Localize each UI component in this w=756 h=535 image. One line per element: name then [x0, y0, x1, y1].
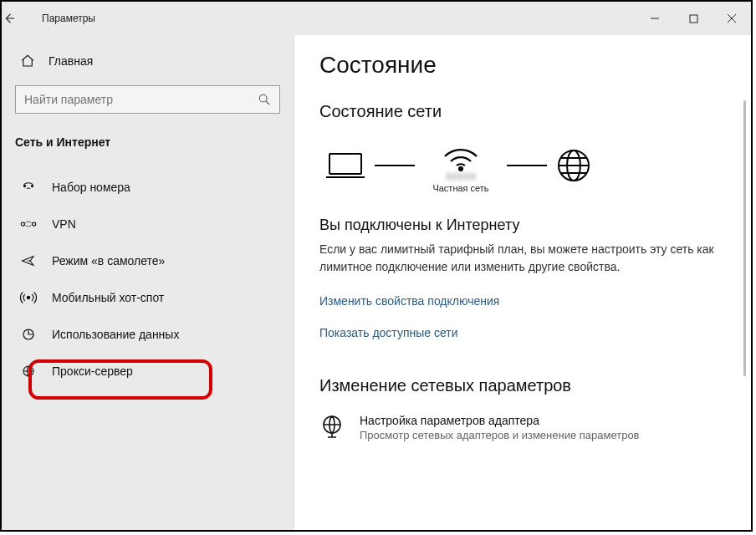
sidebar-item-vpn[interactable]: VPN [2, 206, 294, 242]
svg-point-7 [31, 185, 33, 186]
computer-icon [324, 149, 366, 182]
svg-rect-13 [329, 154, 361, 174]
globe-icon [555, 147, 592, 184]
connected-heading: Вы подключены к Интернету [319, 217, 726, 234]
maximize-button[interactable] [674, 2, 713, 35]
scrollbar[interactable] [743, 100, 746, 376]
sidebar-item-airplane[interactable]: Режим «в самолете» [2, 242, 294, 279]
network-name-blurred: XXXXX [446, 171, 477, 181]
diagram-line [375, 165, 415, 166]
network-diagram: XXXXX Частная сеть [324, 138, 726, 193]
main-content: Состояние Состояние сети XXXXX Частная с… [294, 35, 751, 530]
search-box[interactable] [15, 85, 280, 114]
sidebar-nav: Набор номера VPN Режим «в самолете» [2, 169, 294, 390]
window-body: Главная Сеть и Интернет Набор номера [2, 35, 751, 530]
wifi-icon [440, 138, 482, 171]
page-title: Состояние [319, 52, 726, 79]
svg-point-9 [33, 222, 36, 226]
proxy-icon [20, 363, 37, 380]
window-title: Параметры [35, 13, 95, 24]
adapter-title: Настройка параметров адаптера [360, 414, 640, 427]
svg-point-8 [21, 222, 24, 226]
sidebar-item-label: VPN [52, 217, 76, 231]
change-connection-props-link[interactable]: Изменить свойства подключения [319, 294, 726, 308]
diagram-line [507, 165, 547, 166]
adapter-settings-row[interactable]: Настройка параметров адаптера Просмотр с… [319, 414, 726, 441]
adapter-desc: Просмотр сетевых адаптеров и изменение п… [360, 429, 640, 441]
home-icon [20, 54, 35, 69]
svg-point-10 [27, 296, 29, 298]
vpn-icon [20, 216, 37, 232]
svg-point-6 [23, 185, 25, 186]
sidebar-item-hotspot[interactable]: Мобильный хот-спот [2, 279, 294, 316]
sidebar-item-data-usage[interactable]: Использование данных [2, 316, 294, 353]
adapter-icon [319, 414, 345, 439]
status-heading: Состояние сети [319, 102, 726, 121]
search-icon [258, 93, 271, 106]
show-networks-link[interactable]: Показать доступные сети [319, 326, 726, 339]
search-input[interactable] [24, 93, 258, 106]
sidebar-item-label: Прокси-сервер [52, 364, 133, 378]
close-button[interactable] [713, 2, 751, 35]
data-usage-icon [20, 326, 37, 343]
sidebar-item-proxy[interactable]: Прокси-сервер [2, 353, 294, 390]
back-button[interactable] [2, 11, 35, 26]
svg-point-14 [459, 167, 462, 171]
sidebar-item-label: Использование данных [52, 328, 179, 341]
sidebar-item-label: Мобильный хот-спот [52, 291, 164, 304]
dialup-icon [20, 179, 37, 196]
svg-rect-1 [690, 15, 697, 23]
svg-line-5 [266, 101, 269, 104]
sidebar-home-label: Главная [49, 54, 93, 68]
sidebar-item-dialup[interactable]: Набор номера [2, 169, 294, 206]
hotspot-icon [20, 289, 37, 306]
minimize-button[interactable] [636, 2, 674, 35]
network-type-label: Частная сеть [432, 183, 488, 193]
sidebar-home[interactable]: Главная [2, 45, 294, 77]
sidebar-item-label: Набор номера [52, 181, 130, 194]
sidebar-item-label: Режим «в самолете» [52, 254, 165, 268]
connected-body: Если у вас лимитный тарифный план, вы мо… [319, 241, 721, 276]
airplane-icon [20, 252, 37, 269]
change-settings-heading: Изменение сетевых параметров [319, 376, 726, 395]
sidebar-section-title: Сеть и Интернет [2, 129, 294, 164]
sidebar: Главная Сеть и Интернет Набор номера [2, 35, 294, 530]
settings-window: Параметры Главная Се [0, 0, 753, 532]
svg-point-4 [259, 94, 267, 102]
titlebar: Параметры [2, 2, 751, 35]
